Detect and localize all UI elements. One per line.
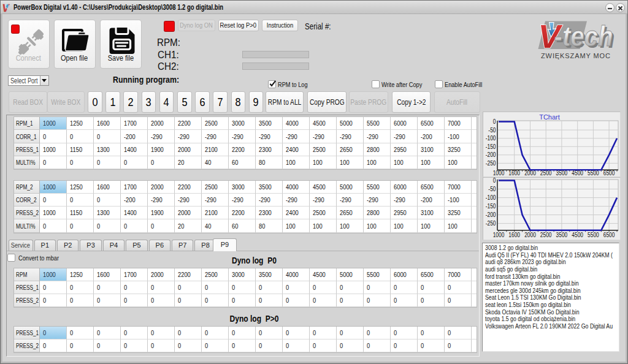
svg-text:4500: 4500 xyxy=(572,170,583,176)
svg-text:6500: 6500 xyxy=(603,170,615,176)
svg-text:TChart: TChart xyxy=(539,113,560,121)
svg-text:-250: -250 xyxy=(486,160,496,167)
svg-text:ZWIĘKSZAMY MOC: ZWIĘKSZAMY MOC xyxy=(541,52,611,59)
svg-text:0: 0 xyxy=(493,118,496,125)
svg-text:-150: -150 xyxy=(486,203,496,210)
svg-text:-50: -50 xyxy=(488,127,496,134)
svg-text:-tech: -tech xyxy=(554,20,613,52)
svg-text:5500: 5500 xyxy=(588,232,599,238)
svg-text:3500: 3500 xyxy=(556,170,568,176)
svg-text:3500: 3500 xyxy=(556,232,568,238)
svg-text:-200: -200 xyxy=(486,211,496,218)
svg-text:-150: -150 xyxy=(486,143,496,150)
svg-text:4500: 4500 xyxy=(572,232,583,238)
svg-text:0: 0 xyxy=(493,178,496,184)
svg-text:2000: 2000 xyxy=(524,170,536,176)
svg-text:1600: 1600 xyxy=(508,232,520,238)
svg-text:-200: -200 xyxy=(486,152,496,159)
svg-text:1600: 1600 xyxy=(508,170,520,176)
svg-text:2000: 2000 xyxy=(524,232,536,238)
svg-text:2500: 2500 xyxy=(540,170,552,176)
svg-text:1000: 1000 xyxy=(493,232,505,238)
svg-text:6500: 6500 xyxy=(603,232,615,238)
svg-text:-100: -100 xyxy=(486,194,496,201)
svg-text:-50: -50 xyxy=(488,186,496,192)
svg-text:-100: -100 xyxy=(486,135,496,142)
svg-text:-250: -250 xyxy=(486,220,496,227)
svg-text:2500: 2500 xyxy=(540,232,552,238)
svg-text:1000: 1000 xyxy=(493,170,505,176)
svg-text:5500: 5500 xyxy=(588,170,599,176)
